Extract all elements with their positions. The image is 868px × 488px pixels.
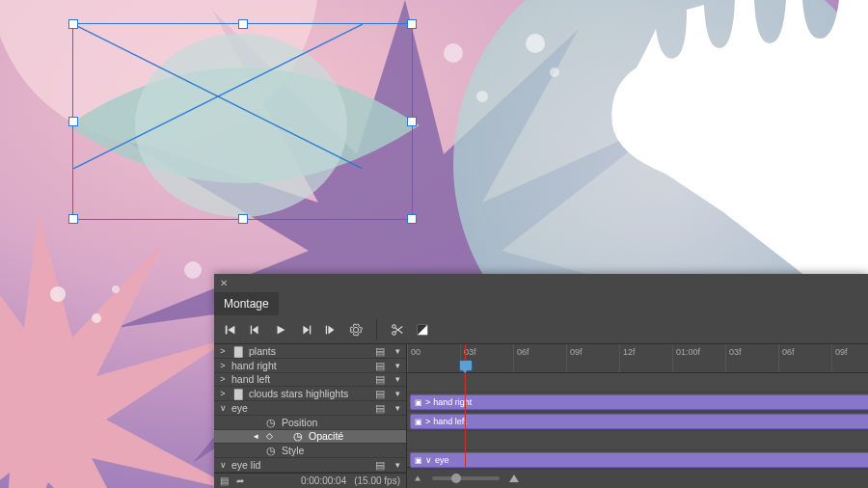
clip-chevron-icon: ∨: [425, 455, 432, 465]
lane[interactable]: [407, 431, 868, 450]
film-icon[interactable]: ▤: [375, 388, 389, 399]
clip-label: hand left: [433, 417, 467, 426]
scissors-icon[interactable]: [387, 319, 408, 340]
timecode[interactable]: 0:00:00:04: [301, 475, 346, 486]
stopwatch-icon[interactable]: ◷: [291, 430, 305, 442]
expand-chevron-icon[interactable]: >: [218, 389, 228, 398]
svg-point-8: [112, 285, 120, 293]
selection-bounding-box[interactable]: [72, 23, 413, 220]
expand-chevron-icon[interactable]: >: [218, 346, 228, 356]
expand-chevron-icon[interactable]: ∨: [218, 460, 228, 470]
handle-se[interactable]: [407, 214, 417, 224]
svg-marker-20: [278, 325, 285, 334]
expand-chevron-icon[interactable]: >: [218, 361, 228, 370]
handle-nw[interactable]: [68, 19, 78, 29]
track-label: hand left: [231, 373, 371, 385]
track-label: eye: [231, 402, 371, 414]
svg-marker-24: [328, 325, 334, 334]
handle-n[interactable]: [238, 19, 248, 29]
svg-marker-21: [303, 325, 309, 334]
ruler-tick: 09f: [566, 344, 585, 372]
goto-end-icon[interactable]: [320, 319, 341, 340]
svg-rect-16: [226, 325, 228, 334]
panel-title-tab[interactable]: Montage: [214, 292, 279, 315]
track-row-eyelid[interactable]: ∨eye lid▤▾: [214, 458, 406, 473]
clip-hand-left[interactable]: ▣>hand left: [410, 414, 868, 429]
track-row-clouds[interactable]: >▇clouds stars highlights▤▾: [214, 387, 406, 401]
track-row-handright[interactable]: >hand right▤▾: [214, 359, 406, 373]
clip-hand-right[interactable]: ▣>hand right: [410, 394, 868, 410]
svg-rect-22: [310, 325, 311, 334]
timeline-ruler-area[interactable]: 0003f06f09f12f01:00f03f06f09f12f ▣>hand …: [407, 344, 868, 488]
timeline-ruler[interactable]: 0003f06f09f12f01:00f03f06f09f12f: [407, 344, 868, 373]
film-icon[interactable]: ▤: [375, 459, 389, 471]
clip-icon: ▣: [415, 398, 422, 407]
film-icon[interactable]: ▤: [375, 345, 389, 357]
track-label: Position: [282, 417, 402, 428]
zoom-out-icon[interactable]: [415, 475, 420, 480]
bbox-diagonals: [73, 24, 363, 169]
timeline-panel: ✕ Montage >▇plants▤▾>hand right▤▾>hand l…: [214, 274, 868, 488]
panel-close-icon[interactable]: ✕: [214, 274, 868, 292]
clip-label: hand right: [433, 397, 472, 407]
clip-icon: ▣: [415, 456, 422, 465]
ruler-tick: 09f: [831, 344, 851, 372]
handle-s[interactable]: [238, 214, 248, 224]
track-menu-icon[interactable]: ▾: [393, 346, 402, 356]
stopwatch-icon[interactable]: ◷: [264, 417, 278, 428]
goto-start-icon[interactable]: [220, 319, 241, 340]
prev-frame-icon[interactable]: [245, 319, 266, 340]
folder-icon: ▇: [231, 388, 245, 399]
footer-menu-icon[interactable]: ▤: [220, 475, 229, 486]
track-menu-icon[interactable]: ▾: [393, 389, 402, 398]
track-row-opacite[interactable]: ◂◇◷Opacité: [214, 430, 406, 445]
contrast-icon[interactable]: [412, 319, 433, 340]
handle-sw[interactable]: [68, 214, 78, 224]
svg-marker-18: [253, 325, 258, 334]
svg-marker-17: [228, 325, 234, 334]
track-row-position[interactable]: ◷Position: [214, 416, 406, 430]
track-menu-icon[interactable]: ▾: [393, 460, 402, 470]
share-icon[interactable]: ➦: [236, 475, 244, 486]
track-label: eye lid: [231, 459, 371, 471]
expand-chevron-icon[interactable]: ∨: [218, 403, 228, 413]
track-list: >▇plants▤▾>hand right▤▾>hand left▤▾>▇clo…: [214, 344, 407, 488]
clip-chevron-icon: >: [425, 417, 430, 426]
playhead[interactable]: [465, 344, 466, 467]
track-label: Style: [282, 445, 402, 456]
svg-rect-23: [326, 325, 327, 334]
track-menu-icon[interactable]: ▾: [393, 403, 402, 413]
svg-point-12: [550, 68, 559, 77]
stopwatch-icon[interactable]: ◷: [264, 445, 278, 456]
track-row-plants[interactable]: >▇plants▤▾: [214, 344, 406, 359]
settings-gear-icon[interactable]: [345, 319, 366, 340]
expand-chevron-icon[interactable]: >: [218, 374, 228, 384]
svg-rect-19: [251, 325, 252, 334]
film-icon[interactable]: ▤: [375, 373, 389, 385]
film-icon[interactable]: ▤: [375, 402, 389, 414]
key-diamond-icon[interactable]: ◇: [264, 431, 274, 441]
track-menu-icon[interactable]: ▾: [393, 374, 402, 384]
timeline-lanes[interactable]: ▣>hand right▣>hand left▣∨eye▣∨eye lid: [407, 373, 868, 467]
track-row-handleft[interactable]: >hand left▤▾: [214, 373, 406, 388]
prev-key-icon[interactable]: ◂: [251, 431, 260, 441]
zoom-slider[interactable]: [432, 476, 500, 480]
svg-point-7: [92, 313, 101, 323]
handle-w[interactable]: [68, 117, 78, 126]
track-menu-icon[interactable]: ▾: [393, 361, 402, 370]
clip-icon: ▣: [415, 418, 422, 426]
clip-eye[interactable]: ▣∨eye: [410, 452, 868, 468]
fps-label: (15.00 fps): [354, 475, 400, 486]
next-frame-icon[interactable]: [295, 319, 316, 340]
film-icon[interactable]: ▤: [375, 360, 389, 371]
handle-e[interactable]: [407, 117, 417, 126]
handle-ne[interactable]: [407, 19, 417, 29]
track-row-style[interactable]: ◷Style: [214, 444, 406, 458]
track-label: hand right: [231, 360, 371, 371]
track-label: plants: [249, 345, 371, 357]
play-icon[interactable]: [270, 319, 291, 340]
clip-label: eye: [435, 455, 449, 465]
track-row-eye[interactable]: ∨eye▤▾: [214, 401, 406, 416]
track-footer: ▤➦0:00:00:04(15.00 fps): [214, 473, 406, 488]
lane[interactable]: [407, 373, 868, 393]
